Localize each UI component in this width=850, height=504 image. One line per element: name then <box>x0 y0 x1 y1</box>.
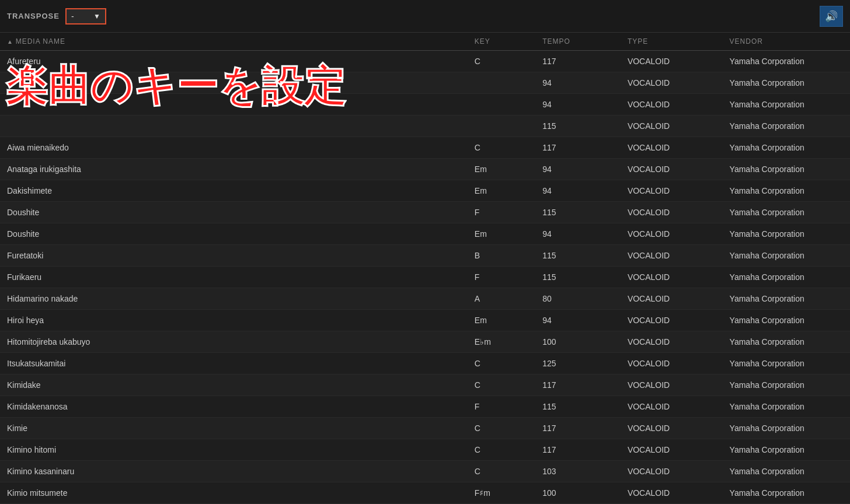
header-tempo[interactable]: TEMPO <box>535 33 621 51</box>
cell-tempo: 94 <box>535 223 621 245</box>
table-row[interactable]: Anataga irukigashitaEm94VOCALOIDYamaha C… <box>0 159 850 180</box>
table-row[interactable]: 115VOCALOIDYamaha Corporation <box>0 116 850 137</box>
cell-media-name: Kimio mitsumete <box>0 482 468 504</box>
cell-key: B <box>468 245 535 267</box>
table-row[interactable]: KimidakeC117VOCALOIDYamaha Corporation <box>0 374 850 396</box>
media-table: MEDIA NAME KEY TEMPO TYPE VENDOR Afurete… <box>0 33 850 504</box>
cell-type: VOCALOID <box>621 267 723 288</box>
cell-tempo: 117 <box>535 137 621 159</box>
cell-vendor: Yamaha Corporation <box>723 461 850 482</box>
table-row[interactable]: Hiroi heyaEm94VOCALOIDYamaha Corporation <box>0 310 850 331</box>
cell-vendor: Yamaha Corporation <box>723 439 850 461</box>
cell-key: F <box>468 267 535 288</box>
table-row[interactable]: Aiwa mienaikedoC117VOCALOIDYamaha Corpor… <box>0 137 850 159</box>
cell-vendor: Yamaha Corporation <box>723 245 850 267</box>
cell-type: VOCALOID <box>621 331 723 353</box>
cell-key <box>468 116 535 137</box>
cell-key: E♭m <box>468 331 535 353</box>
cell-vendor: Yamaha Corporation <box>723 374 850 396</box>
table-row[interactable]: ItsukatsukamitaiC125VOCALOIDYamaha Corpo… <box>0 353 850 374</box>
cell-key: C <box>468 51 535 72</box>
cell-tempo: 115 <box>535 396 621 418</box>
cell-key: C <box>468 374 535 396</box>
cell-media-name: Itsukatsukamitai <box>0 353 468 374</box>
cell-key: Em <box>468 180 535 202</box>
cell-key: C <box>468 353 535 374</box>
cell-key: C <box>468 137 535 159</box>
cell-type: VOCALOID <box>621 374 723 396</box>
cell-type: VOCALOID <box>621 288 723 310</box>
cell-media-name: Hitomitojireba ukabuyo <box>0 331 468 353</box>
cell-key <box>468 94 535 116</box>
header-media-name[interactable]: MEDIA NAME <box>0 33 468 51</box>
cell-media-name <box>0 94 468 116</box>
cell-key: F♯m <box>468 482 535 504</box>
table-row[interactable]: Kimino kasaninaruC103VOCALOIDYamaha Corp… <box>0 461 850 482</box>
table-body: AfureteruC117VOCALOIDYamaha Corporation9… <box>0 51 850 505</box>
table-row[interactable]: Hidamarino nakadeA80VOCALOIDYamaha Corpo… <box>0 288 850 310</box>
cell-type: VOCALOID <box>621 51 723 72</box>
cell-media-name <box>0 116 468 137</box>
table-row[interactable]: DakishimeteEm94VOCALOIDYamaha Corporatio… <box>0 180 850 202</box>
cell-media-name: Kimino kasaninaru <box>0 461 468 482</box>
cell-tempo: 100 <box>535 482 621 504</box>
cell-type: VOCALOID <box>621 94 723 116</box>
cell-key: C <box>468 439 535 461</box>
cell-media-name: Hiroi heya <box>0 310 468 331</box>
cell-vendor: Yamaha Corporation <box>723 159 850 180</box>
transpose-label: TRANSPOSE <box>7 12 60 20</box>
cell-media-name <box>0 72 468 94</box>
table-row[interactable]: DoushiteF115VOCALOIDYamaha Corporation <box>0 202 850 223</box>
cell-key: A <box>468 288 535 310</box>
cell-vendor: Yamaha Corporation <box>723 116 850 137</box>
cell-tempo: 103 <box>535 461 621 482</box>
cell-key <box>468 72 535 94</box>
cell-key: Em <box>468 223 535 245</box>
cell-key: C <box>468 461 535 482</box>
speaker-button[interactable]: 🔊 <box>820 6 843 27</box>
cell-type: VOCALOID <box>621 353 723 374</box>
table-row[interactable]: KimieC117VOCALOIDYamaha Corporation <box>0 418 850 439</box>
table-row[interactable]: AfureteruC117VOCALOIDYamaha Corporation <box>0 51 850 72</box>
media-table-container: MEDIA NAME KEY TEMPO TYPE VENDOR Afurete… <box>0 33 850 504</box>
cell-vendor: Yamaha Corporation <box>723 418 850 439</box>
table-row[interactable]: Kimino hitomiC117VOCALOIDYamaha Corporat… <box>0 439 850 461</box>
cell-key: F <box>468 202 535 223</box>
cell-tempo: 94 <box>535 94 621 116</box>
table-row[interactable]: DoushiteEm94VOCALOIDYamaha Corporation <box>0 223 850 245</box>
cell-media-name: Doushite <box>0 223 468 245</box>
cell-tempo: 115 <box>535 116 621 137</box>
cell-tempo: 94 <box>535 180 621 202</box>
table-row[interactable]: FuretatokiB115VOCALOIDYamaha Corporation <box>0 245 850 267</box>
table-row[interactable]: 94VOCALOIDYamaha Corporation <box>0 94 850 116</box>
cell-vendor: Yamaha Corporation <box>723 288 850 310</box>
cell-key: Em <box>468 159 535 180</box>
table-row[interactable]: FurikaeruF115VOCALOIDYamaha Corporation <box>0 267 850 288</box>
table-row[interactable]: 94VOCALOIDYamaha Corporation <box>0 72 850 94</box>
transpose-value: - <box>71 12 74 21</box>
cell-vendor: Yamaha Corporation <box>723 51 850 72</box>
cell-key: F <box>468 396 535 418</box>
cell-vendor: Yamaha Corporation <box>723 353 850 374</box>
header-key[interactable]: KEY <box>468 33 535 51</box>
cell-type: VOCALOID <box>621 310 723 331</box>
cell-vendor: Yamaha Corporation <box>723 202 850 223</box>
cell-type: VOCALOID <box>621 439 723 461</box>
cell-vendor: Yamaha Corporation <box>723 331 850 353</box>
transpose-dropdown[interactable]: - ▼ <box>65 8 106 24</box>
cell-type: VOCALOID <box>621 482 723 504</box>
table-row[interactable]: Kimio mitsumeteF♯m100VOCALOIDYamaha Corp… <box>0 482 850 504</box>
header-type[interactable]: TYPE <box>621 33 723 51</box>
cell-type: VOCALOID <box>621 137 723 159</box>
cell-tempo: 117 <box>535 439 621 461</box>
cell-tempo: 117 <box>535 51 621 72</box>
cell-type: VOCALOID <box>621 396 723 418</box>
cell-type: VOCALOID <box>621 72 723 94</box>
cell-vendor: Yamaha Corporation <box>723 223 850 245</box>
table-row[interactable]: Hitomitojireba ukabuyoE♭m100VOCALOIDYama… <box>0 331 850 353</box>
cell-media-name: Furetatoki <box>0 245 468 267</box>
cell-vendor: Yamaha Corporation <box>723 396 850 418</box>
cell-type: VOCALOID <box>621 159 723 180</box>
cell-type: VOCALOID <box>621 418 723 439</box>
table-row[interactable]: KimidakenanosaF115VOCALOIDYamaha Corpora… <box>0 396 850 418</box>
